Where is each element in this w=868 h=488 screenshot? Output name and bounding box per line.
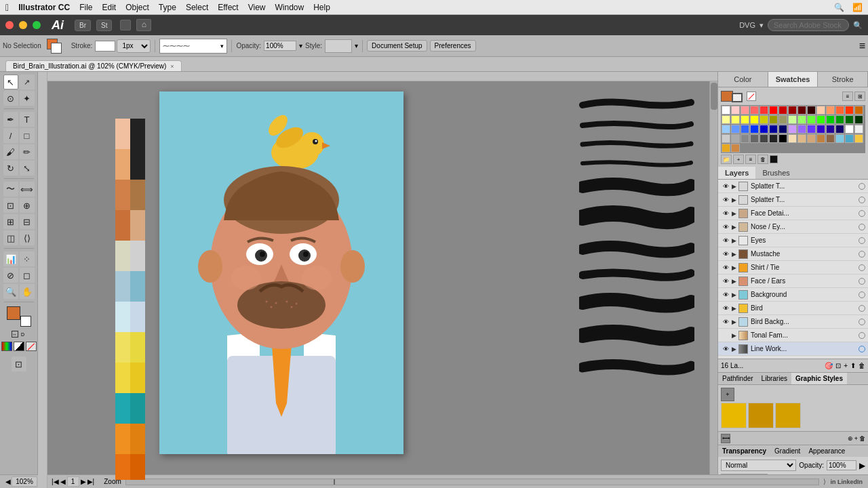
swatch-item[interactable] xyxy=(807,115,816,124)
tab-swatches[interactable]: Swatches xyxy=(768,72,818,87)
swatch-orange2[interactable] xyxy=(130,424,145,454)
shape-builder-tool[interactable]: ⊕ xyxy=(20,198,35,213)
style-dropdown[interactable]: ▾ xyxy=(355,42,358,49)
selection-tool[interactable]: ↖ xyxy=(3,75,18,89)
swatch-teal[interactable] xyxy=(115,393,130,424)
swatch-item[interactable] xyxy=(778,134,787,143)
layer-expand-arrow[interactable]: ▶ xyxy=(732,305,738,312)
swatch-item[interactable] xyxy=(778,125,787,134)
page-prev-button[interactable]: ◀ xyxy=(60,478,66,485)
gradient-tool[interactable]: ◫ xyxy=(3,230,18,245)
document-tab[interactable]: Bird_Brain_Illustration.ai @ 102% (CMYK/… xyxy=(5,60,182,71)
layer-target-circle[interactable] xyxy=(859,346,865,352)
swatch-black[interactable] xyxy=(130,119,145,149)
stroke-swatch-indicator[interactable] xyxy=(732,93,743,102)
none-button[interactable] xyxy=(26,342,37,351)
rotate-tool[interactable]: ↻ xyxy=(3,161,18,176)
swatch-yellow-mid[interactable] xyxy=(130,332,145,363)
swatch-item[interactable] xyxy=(769,125,778,134)
blend-mode-select[interactable]: Normal xyxy=(721,460,796,471)
layer-target-circle[interactable] xyxy=(859,305,865,312)
swatch-item[interactable] xyxy=(845,106,854,115)
swatch-item[interactable] xyxy=(731,144,740,152)
tab-color[interactable]: Color xyxy=(718,72,768,87)
swatch-item[interactable] xyxy=(797,115,806,124)
layer-expand-arrow[interactable]: ▶ xyxy=(732,224,738,230)
transparency-tab[interactable]: Transparency xyxy=(718,445,770,457)
swatch-blue-med[interactable] xyxy=(130,271,145,302)
layer-target-circle[interactable] xyxy=(859,237,865,244)
swatch-item[interactable] xyxy=(741,115,749,124)
layer-expand-arrow[interactable]: ▶ xyxy=(732,251,738,258)
swatch-item[interactable] xyxy=(750,125,759,134)
delete-swatch-button[interactable]: 🗑 xyxy=(757,155,768,164)
swatch-item[interactable] xyxy=(797,134,806,143)
swatch-item[interactable] xyxy=(854,106,863,115)
menu-type[interactable]: Type xyxy=(159,3,176,12)
layers-tab[interactable]: Layers xyxy=(718,167,755,179)
delete-layer-button[interactable]: 🗑 xyxy=(859,362,865,369)
swatch-item[interactable] xyxy=(807,125,816,134)
swatch-skin-light[interactable] xyxy=(115,119,130,149)
menu-view[interactable]: View xyxy=(248,3,266,12)
stroke-weight-select[interactable]: 1px2px3px xyxy=(117,39,151,53)
menu-window[interactable]: Window xyxy=(275,3,304,12)
swatch-item[interactable] xyxy=(722,106,730,115)
layer-item-splatter2[interactable]: 👁 ▶ Splatter T... xyxy=(718,193,868,207)
pen-tool[interactable]: ✒ xyxy=(3,112,18,127)
swatch-item[interactable] xyxy=(835,134,844,143)
type-tool[interactable]: T xyxy=(20,112,35,127)
layer-target-circle[interactable] xyxy=(859,251,865,258)
swatch-item[interactable] xyxy=(722,144,730,152)
default-colors-button[interactable]: D xyxy=(20,331,26,338)
swatch-item[interactable] xyxy=(769,134,778,143)
swatch-item[interactable] xyxy=(741,125,749,134)
swatch-item[interactable] xyxy=(835,115,844,124)
swatch-blue-pale[interactable] xyxy=(115,302,130,332)
gs-new-button[interactable]: + xyxy=(721,388,734,401)
layer-item-bird-bg[interactable]: 👁 ▶ Bird Backg... xyxy=(718,315,868,329)
swatch-item[interactable] xyxy=(835,125,844,134)
swatch-teal2[interactable] xyxy=(130,393,145,424)
hand-tool[interactable]: ✋ xyxy=(20,284,35,299)
swatch-item[interactable] xyxy=(807,106,816,115)
zoom-back-button[interactable]: ◀ xyxy=(5,478,11,485)
none-swatch[interactable] xyxy=(747,92,756,101)
swatch-black2[interactable] xyxy=(130,149,145,180)
swatch-item[interactable] xyxy=(788,115,797,124)
view-mode-button[interactable] xyxy=(120,20,131,30)
line-tool[interactable]: / xyxy=(3,128,18,143)
swatch-item[interactable] xyxy=(816,125,825,134)
menu-edit[interactable]: Edit xyxy=(102,3,116,12)
fullscreen-button[interactable] xyxy=(33,21,41,29)
swatch-item[interactable] xyxy=(760,106,768,115)
brush-selector[interactable]: ⁓⁓⁓⁓ ▾ xyxy=(159,39,227,54)
close-button[interactable] xyxy=(5,21,14,29)
layer-item-splatter1[interactable]: 👁 ▶ Splatter T... xyxy=(718,180,868,193)
swatch-brown[interactable] xyxy=(130,180,145,210)
layer-target-circle[interactable] xyxy=(859,291,865,298)
panel-toggle-button[interactable]: ≡ xyxy=(859,40,865,52)
swatch-item[interactable] xyxy=(845,115,854,124)
direct-selection-tool[interactable]: ↗ xyxy=(20,75,35,89)
apple-menu[interactable]:  xyxy=(5,2,9,13)
new-swatch-button[interactable]: + xyxy=(733,155,744,164)
blend-tool[interactable]: ⟨⟩ xyxy=(20,230,35,245)
layer-item-nose-eyes[interactable]: 👁 ▶ Nose / Ey... xyxy=(718,220,868,234)
swatch-burnt[interactable] xyxy=(130,454,145,480)
layer-target-circle[interactable] xyxy=(859,278,865,285)
minimize-button[interactable] xyxy=(19,21,27,29)
layer-expand-arrow[interactable]: ▶ xyxy=(732,264,738,271)
layer-item-face-ears[interactable]: 👁 ▶ Face / Ears xyxy=(718,274,868,288)
paintbrush-tool[interactable]: 🖌 xyxy=(3,144,18,159)
column-graph-tool[interactable]: 📊 xyxy=(3,251,18,266)
free-transform-tool[interactable]: ⊡ xyxy=(3,198,18,213)
swatch-item[interactable] xyxy=(854,134,863,143)
swatch-blue-pale2[interactable] xyxy=(130,302,145,332)
swatch-item[interactable] xyxy=(760,115,768,124)
swatch-item[interactable] xyxy=(741,134,749,143)
swatch-item[interactable] xyxy=(731,134,740,143)
gs-add-button[interactable]: + xyxy=(854,435,858,442)
swatch-item[interactable] xyxy=(769,106,778,115)
menu-file[interactable]: File xyxy=(79,3,92,12)
